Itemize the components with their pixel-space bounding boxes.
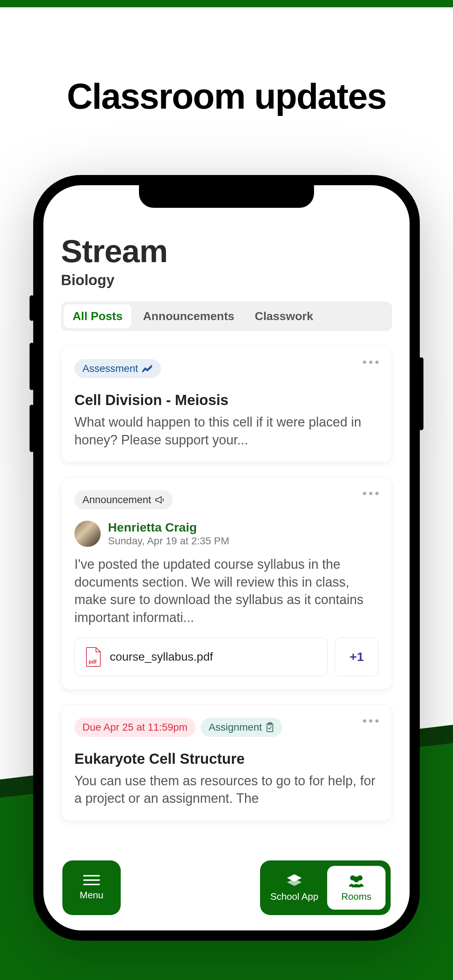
stack-icon (286, 873, 303, 888)
post-body: What would happen to this cell if it wer… (74, 414, 379, 449)
nav-rooms[interactable]: Rooms (327, 866, 386, 910)
filter-tabs: All Posts Announcements Classwork (61, 302, 392, 331)
badge-due-date: Due Apr 25 at 11:59pm (74, 718, 196, 737)
post-body: You can use them as resources to go to f… (74, 772, 379, 808)
more-options-button[interactable] (363, 719, 379, 722)
trend-icon (142, 364, 153, 372)
attachment-more-button[interactable]: +1 (335, 638, 379, 676)
svg-text:pdf: pdf (89, 659, 97, 665)
badge-assignment: Assignment (201, 718, 282, 737)
post-title: Cell Division - Meiosis (74, 392, 379, 408)
tab-all-posts[interactable]: All Posts (64, 304, 131, 328)
nav-school-app[interactable]: School App (265, 866, 324, 910)
post-card-assignment[interactable]: Due Apr 25 at 11:59pm Assignment Eukaryo… (61, 705, 392, 821)
badge-label: Announcement (83, 494, 151, 506)
badge-assessment: Assessment (74, 359, 161, 378)
badge-label: Assessment (83, 363, 138, 374)
badge-label: Assignment (209, 722, 262, 733)
nav-label: School App (270, 891, 318, 902)
post-card-assessment[interactable]: Assessment Cell Division - Meiosis What … (61, 345, 392, 462)
phone-notch (139, 185, 314, 208)
svg-point-9 (353, 877, 359, 882)
page-title: Stream (61, 232, 392, 270)
people-icon (348, 873, 365, 888)
author-avatar[interactable] (74, 520, 100, 547)
post-title: Eukaryote Cell Structure (74, 751, 379, 767)
promo-headline: Classroom updates (0, 78, 453, 114)
attachment-filename: course_syllabus.pdf (110, 650, 213, 663)
post-timestamp: Sunday, Apr 19 at 2:35 PM (108, 535, 230, 547)
post-card-announcement[interactable]: Announcement Henrietta Craig Sunday, Apr… (61, 477, 392, 689)
megaphone-icon (155, 495, 165, 504)
phone-mockup: Stream Biology All Posts Announcements C… (33, 175, 420, 940)
hamburger-icon (83, 875, 100, 885)
more-options-button[interactable] (363, 492, 379, 495)
page-subtitle: Biology (61, 272, 392, 288)
nav-label: Rooms (341, 891, 371, 902)
more-options-button[interactable] (363, 361, 379, 364)
clipboard-check-icon (266, 722, 274, 732)
pdf-file-icon: pdf (85, 647, 102, 667)
svg-marker-6 (287, 879, 301, 886)
nav-switcher: School App Rooms (260, 861, 391, 915)
menu-label: Menu (80, 889, 103, 901)
post-body: I've posted the updated course syllabus … (74, 555, 379, 626)
author-name[interactable]: Henrietta Craig (108, 520, 230, 535)
badge-announcement: Announcement (74, 490, 173, 509)
tab-classwork[interactable]: Classwork (246, 304, 322, 328)
menu-button[interactable]: Menu (62, 861, 121, 915)
attachment-file[interactable]: pdf course_syllabus.pdf (74, 638, 327, 676)
tab-announcements[interactable]: Announcements (134, 304, 243, 328)
promo-top-bar (0, 0, 453, 7)
